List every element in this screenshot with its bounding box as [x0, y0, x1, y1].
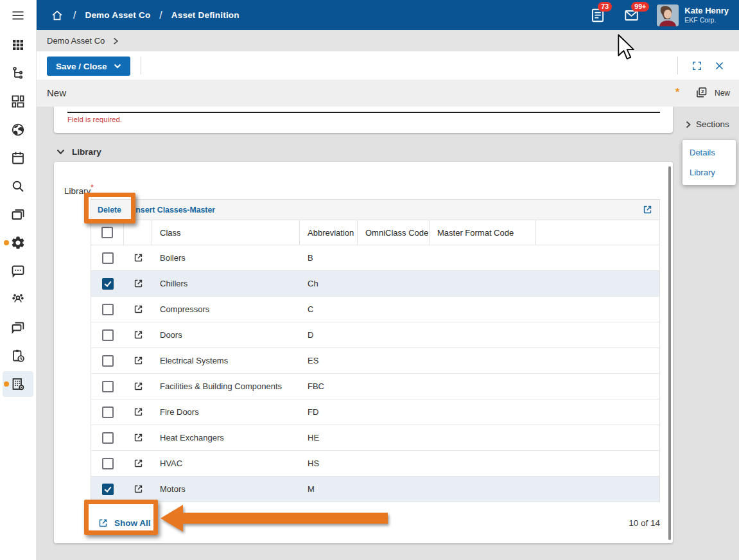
messages-button[interactable]: 99+	[623, 7, 640, 24]
open-record-icon[interactable]	[133, 407, 144, 417]
open-record-icon[interactable]	[133, 304, 144, 315]
user-name: Kate Henry	[684, 6, 729, 16]
close-icon[interactable]	[714, 60, 725, 71]
row-checkbox[interactable]	[102, 329, 114, 341]
sidebar-item-groups[interactable]	[3, 286, 33, 312]
sidebar-item-chat[interactable]	[3, 258, 33, 284]
row-checkbox[interactable]	[102, 407, 114, 418]
breadcrumb-company[interactable]: Demo Asset Co	[85, 10, 150, 20]
row-masterformat	[430, 451, 536, 476]
sidebar-item-forum[interactable]	[3, 315, 33, 340]
mouse-cursor	[617, 34, 636, 62]
insert-classes-master-button[interactable]: Insert Classes-Master	[134, 206, 215, 214]
row-masterformat	[430, 425, 536, 450]
record-copies-icon[interactable]: 2	[695, 86, 708, 100]
column-header-class[interactable]: Class	[152, 220, 300, 245]
globe-icon	[10, 122, 26, 137]
row-class: Fire Doors	[152, 399, 300, 424]
sidebar-item-hierarchy[interactable]	[3, 60, 33, 86]
save-close-button[interactable]: Save / Close	[47, 57, 130, 76]
fullscreen-icon[interactable]	[691, 60, 702, 71]
sections-title: Sections	[696, 119, 729, 129]
required-field-underline[interactable]	[67, 112, 660, 113]
menu-button[interactable]	[0, 0, 36, 30]
building-gear-icon	[10, 376, 26, 392]
user-org: EKF Corp.	[684, 16, 729, 24]
notifications-button[interactable]: 73	[589, 7, 606, 24]
column-header-omniclass[interactable]: OmniClass Code	[358, 220, 430, 245]
context-breadcrumb-label[interactable]: Demo Asset Co	[47, 36, 105, 46]
row-omniclass	[358, 399, 430, 424]
table-row[interactable]: Fire Doors FD	[91, 399, 659, 425]
row-checkbox[interactable]	[102, 278, 114, 290]
row-count: 10 of 14	[629, 518, 660, 528]
open-record-icon[interactable]	[133, 278, 144, 289]
row-masterformat	[430, 297, 536, 322]
sidebar-item-globe[interactable]	[3, 117, 33, 143]
table-row[interactable]: Chillers Ch	[91, 271, 659, 297]
column-header-masterformat[interactable]: Master Format Code	[430, 220, 536, 245]
open-record-icon[interactable]	[133, 458, 144, 469]
table-row[interactable]: Motors M	[91, 477, 659, 502]
table-row[interactable]: Boilers B	[91, 245, 659, 271]
chevron-right-icon	[686, 121, 691, 128]
row-abbreviation: HE	[300, 425, 358, 450]
row-checkbox[interactable]	[102, 252, 114, 264]
breadcrumb-page[interactable]: Asset Definition	[171, 10, 239, 20]
row-checkbox[interactable]	[102, 381, 114, 392]
row-abbreviation: HS	[300, 451, 358, 476]
row-omniclass	[358, 348, 430, 373]
table-row[interactable]: Compressors C	[91, 297, 659, 322]
vertical-scrollbar[interactable]	[668, 166, 671, 540]
chevron-down-icon	[114, 64, 121, 69]
user-menu[interactable]: Kate Henry EKF Corp.	[684, 6, 729, 24]
sidebar-item-dashboard[interactable]	[3, 89, 33, 114]
home-icon[interactable]	[50, 8, 64, 22]
select-all-checkbox[interactable]	[101, 227, 113, 238]
avatar[interactable]	[657, 4, 679, 26]
row-empty-cell	[536, 399, 659, 424]
sections-item-details[interactable]: Details	[690, 148, 736, 157]
notifications-count-badge: 73	[598, 2, 612, 12]
sidebar-item-pending-actions[interactable]	[3, 343, 33, 369]
open-record-icon[interactable]	[133, 329, 144, 340]
breadcrumb-separator: /	[73, 10, 76, 21]
open-record-icon[interactable]	[133, 484, 144, 494]
sections-toggle[interactable]: Sections	[686, 119, 729, 129]
row-checkbox[interactable]	[102, 355, 114, 367]
table-row[interactable]: Heat Exchangers HE	[91, 425, 659, 451]
sections-item-library[interactable]: Library	[690, 168, 736, 177]
row-masterformat	[430, 477, 536, 502]
row-abbreviation: C	[300, 297, 358, 322]
library-section-header[interactable]: Library	[57, 147, 101, 157]
required-asterisk: *	[91, 183, 94, 192]
sidebar-item-calendar[interactable]	[3, 145, 33, 171]
column-header-abbreviation[interactable]: Abbreviation	[300, 220, 358, 245]
row-abbreviation: FBC	[300, 374, 358, 399]
table-row[interactable]: Doors D	[91, 322, 659, 348]
row-omniclass	[358, 271, 430, 296]
table-row[interactable]: Facilities & Building Components FBC	[91, 374, 659, 399]
open-record-icon[interactable]	[133, 355, 144, 366]
row-omniclass	[358, 322, 430, 347]
sidebar-item-apps[interactable]	[3, 32, 33, 58]
row-empty-cell	[536, 271, 659, 296]
row-checkbox[interactable]	[102, 484, 114, 495]
table-row[interactable]: Electrical Systems ES	[91, 348, 659, 374]
open-record-icon[interactable]	[133, 381, 144, 392]
open-record-icon[interactable]	[133, 432, 144, 443]
sidebar-item-folders[interactable]	[3, 202, 33, 227]
annotation-arrow	[159, 503, 390, 534]
calendar-icon	[10, 150, 26, 166]
row-class: Heat Exchangers	[152, 425, 300, 450]
row-checkbox[interactable]	[102, 304, 114, 315]
folders-icon	[10, 207, 26, 222]
table-row[interactable]: HVAC HS	[91, 451, 659, 477]
open-grid-icon[interactable]	[642, 204, 653, 215]
row-checkbox[interactable]	[102, 458, 114, 469]
row-masterformat	[430, 399, 536, 424]
row-empty-cell	[536, 374, 659, 399]
open-record-icon[interactable]	[133, 252, 144, 263]
row-checkbox[interactable]	[102, 432, 114, 444]
sidebar-item-search[interactable]	[3, 173, 33, 199]
